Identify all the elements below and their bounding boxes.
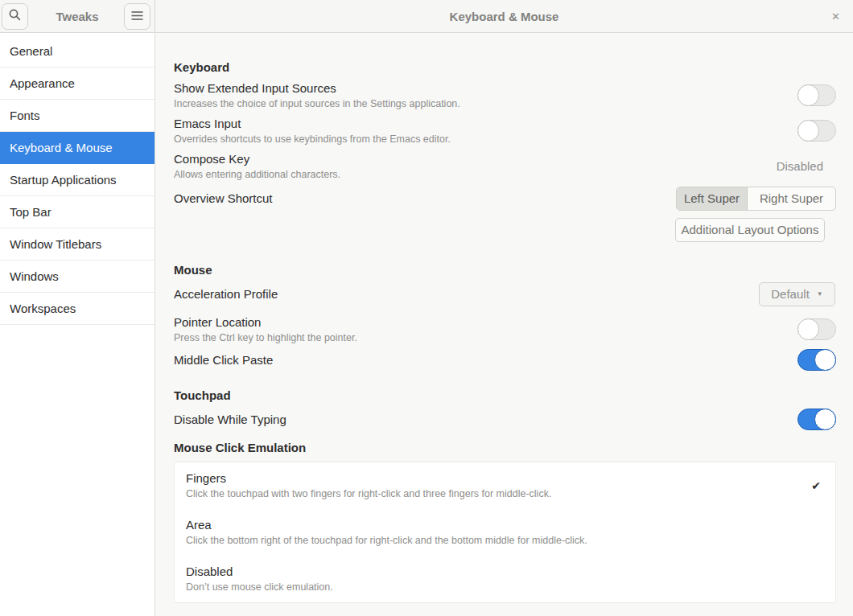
row-subtitle: Increases the choice of input sources in… — [174, 97, 797, 111]
keyboard-mouse-page: Keyboard Show Extended Input Sources Inc… — [155, 33, 853, 616]
pointer-location-row: Pointer Location Press the Ctrl key to h… — [174, 314, 836, 345]
sidebar-item-keyboard-mouse[interactable]: Keyboard & Mouse — [0, 132, 155, 164]
acceleration-profile-row: Acceleration Profile Default ▼ — [174, 282, 836, 306]
row-title: Disable While Typing — [174, 411, 797, 429]
row-subtitle: Overrides shortcuts to use keybindings f… — [174, 133, 797, 146]
emacs-input-toggle[interactable] — [797, 120, 836, 142]
menu-button[interactable] — [124, 3, 150, 30]
sidebar-item-startup-applications[interactable]: Startup Applications — [0, 164, 155, 196]
sidebar-item-window-titlebars[interactable]: Window Titlebars — [0, 228, 155, 261]
disable-while-typing-toggle[interactable] — [797, 409, 836, 430]
row-subtitle: Press the Ctrl key to highlight the poin… — [174, 331, 797, 345]
disable-while-typing-row: Disable While Typing — [174, 409, 836, 430]
close-button[interactable]: ✕ — [828, 0, 843, 32]
sidebar-item-windows[interactable]: Windows — [0, 261, 155, 293]
pointer-location-toggle[interactable] — [797, 318, 836, 340]
list-item-disabled[interactable]: Disabled Don’t use mouse click emulation… — [175, 556, 835, 602]
sidebar-item-fonts[interactable]: Fonts — [0, 100, 155, 132]
list-item-fingers[interactable]: Fingers Click the touchpad with two fing… — [175, 462, 835, 509]
left-super-button[interactable]: Left Super — [677, 187, 748, 210]
search-button[interactable] — [2, 3, 28, 30]
mouse-click-emulation-list: Fingers Click the touchpad with two fing… — [174, 462, 836, 603]
row-title: Overview Shortcut — [174, 190, 676, 207]
option-title: Fingers — [186, 470, 811, 487]
sidebar: General Appearance Fonts Keyboard & Mous… — [0, 33, 155, 616]
sidebar-item-appearance[interactable]: Appearance — [0, 68, 155, 100]
sidebar-item-workspaces[interactable]: Workspaces — [0, 293, 155, 325]
additional-layout-options-button[interactable]: Additional Layout Options — [675, 218, 825, 242]
sidebar-item-top-bar[interactable]: Top Bar — [0, 196, 155, 228]
dropdown-value: Default — [771, 283, 810, 306]
mouse-section-title: Mouse — [174, 263, 836, 277]
overview-shortcut-segmented: Left Super Right Super — [676, 187, 836, 211]
page-title: Keyboard & Mouse — [155, 10, 853, 23]
show-extended-input-sources-toggle[interactable] — [797, 84, 836, 106]
row-title: Middle Click Paste — [174, 351, 797, 369]
close-icon: ✕ — [831, 10, 840, 23]
option-subtitle: Click the bottom right of the touchpad f… — [186, 534, 824, 548]
keyboard-section-title: Keyboard — [174, 60, 836, 75]
mouse-click-emulation-section-title: Mouse Click Emulation — [174, 441, 836, 455]
tweaks-window: Tweaks Keyboard & Mouse ✕ General Appear… — [0, 0, 853, 616]
list-item-area[interactable]: Area Click the bottom right of the touch… — [175, 509, 835, 556]
row-subtitle: Allows entering additional characters. — [174, 168, 777, 182]
row-title: Pointer Location — [174, 314, 797, 331]
check-icon: ✔ — [811, 479, 821, 492]
sidebar-headerbar: Tweaks — [0, 0, 155, 33]
page-headerbar: Keyboard & Mouse ✕ — [155, 0, 853, 33]
hamburger-icon — [131, 9, 143, 23]
right-super-button[interactable]: Right Super — [748, 187, 835, 210]
compose-key-row[interactable]: Compose Key Allows entering additional c… — [174, 150, 836, 182]
sidebar-item-general[interactable]: General — [0, 35, 155, 68]
option-subtitle: Don’t use mouse click emulation. — [186, 581, 824, 594]
middle-click-paste-row: Middle Click Paste — [174, 349, 836, 371]
option-title: Area — [186, 516, 824, 534]
row-title: Show Extended Input Sources — [174, 80, 797, 97]
chevron-down-icon: ▼ — [817, 283, 823, 306]
search-icon — [8, 8, 22, 25]
additional-layout-options-row: Additional Layout Options — [174, 218, 836, 242]
row-title: Acceleration Profile — [174, 285, 759, 303]
option-subtitle: Click the touchpad with two fingers for … — [186, 487, 811, 501]
emacs-input-row: Emacs Input Overrides shortcuts to use k… — [174, 115, 836, 146]
row-title: Compose Key — [174, 150, 777, 168]
row-title: Emacs Input — [174, 115, 797, 133]
option-title: Disabled — [186, 563, 824, 581]
show-extended-input-sources-row: Show Extended Input Sources Increases th… — [174, 80, 836, 111]
overview-shortcut-row: Overview Shortcut Left Super Right Super — [174, 187, 836, 211]
compose-key-value: Disabled — [777, 159, 823, 173]
touchpad-section-title: Touchpad — [174, 388, 836, 403]
acceleration-profile-dropdown[interactable]: Default ▼ — [759, 282, 835, 306]
middle-click-paste-toggle[interactable] — [797, 349, 836, 371]
